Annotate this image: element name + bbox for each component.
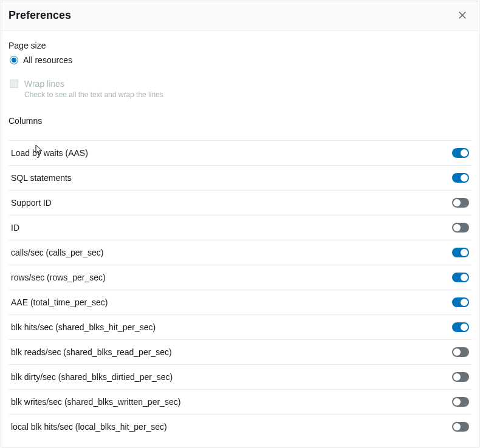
column-toggle[interactable]	[452, 347, 469, 357]
modal-header: Preferences	[1, 1, 479, 31]
columns-section: Columns Load by waits (AAS)SQL statement…	[9, 116, 471, 439]
column-row: ID	[9, 215, 471, 240]
column-label: blk writes/sec (shared_blks_written_per_…	[11, 397, 180, 407]
preferences-modal: Preferences Page size All resources Wrap…	[1, 1, 479, 447]
modal-body: Page size All resources Wrap lines Check…	[1, 31, 479, 447]
column-toggle[interactable]	[452, 273, 469, 282]
toggle-knob	[461, 274, 468, 281]
column-label: rows/sec (rows_per_sec)	[11, 273, 106, 282]
page-size-label: Page size	[9, 41, 471, 50]
column-toggle[interactable]	[452, 297, 469, 307]
toggle-knob	[453, 224, 461, 231]
column-label: blk hits/sec (shared_blks_hit_per_sec)	[11, 322, 156, 332]
column-label: blk reads/sec (shared_blks_read_per_sec)	[11, 347, 172, 357]
toggle-knob	[453, 348, 461, 356]
checkbox-icon	[10, 80, 18, 88]
wrap-lines-label: Wrap lines	[24, 78, 163, 89]
column-label: blk dirty/sec (shared_blks_dirtied_per_s…	[11, 372, 173, 382]
column-toggle[interactable]	[452, 223, 469, 232]
toggle-knob	[453, 373, 461, 381]
page-size-section: Page size All resources	[9, 41, 471, 65]
columns-label: Columns	[9, 116, 471, 126]
column-row: Load by waits (AAS)	[9, 140, 471, 165]
close-button[interactable]	[456, 8, 469, 22]
wrap-lines-description: Check to see all the text and wrap the l…	[24, 90, 163, 99]
toggle-knob	[461, 149, 468, 157]
column-row: blk hits/sec (shared_blks_hit_per_sec)	[9, 314, 471, 339]
column-row: Support ID	[9, 190, 471, 215]
column-toggle[interactable]	[452, 173, 469, 183]
column-row: rows/sec (rows_per_sec)	[9, 265, 471, 290]
close-icon	[458, 11, 467, 19]
column-label: local blk hits/sec (local_blks_hit_per_s…	[11, 422, 167, 432]
toggle-knob	[453, 199, 461, 206]
column-list: Load by waits (AAS)SQL statementsSupport…	[9, 140, 471, 439]
radio-icon	[10, 56, 18, 64]
page-size-option-all[interactable]: All resources	[9, 55, 471, 65]
column-row: AAE (total_time_per_sec)	[9, 290, 471, 314]
toggle-knob	[461, 324, 468, 331]
column-row: blk dirty/sec (shared_blks_dirtied_per_s…	[9, 364, 471, 389]
column-label: AAE (total_time_per_sec)	[11, 297, 108, 307]
column-row: calls/sec (calls_per_sec)	[9, 240, 471, 265]
column-toggle[interactable]	[452, 397, 469, 407]
column-label: Load by waits (AAS)	[11, 148, 88, 158]
column-toggle[interactable]	[452, 422, 469, 432]
column-row: blk writes/sec (shared_blks_written_per_…	[9, 389, 471, 414]
column-row: SQL statements	[9, 165, 471, 190]
wrap-lines-option[interactable]: Wrap lines Check to see all the text and…	[9, 78, 471, 99]
column-label: SQL statements	[11, 173, 72, 183]
toggle-knob	[461, 174, 468, 182]
column-row: local blk hits/sec (local_blks_hit_per_s…	[9, 414, 471, 439]
column-toggle[interactable]	[452, 198, 469, 208]
modal-title: Preferences	[9, 9, 71, 22]
toggle-knob	[453, 398, 461, 406]
column-label: ID	[11, 223, 19, 232]
toggle-knob	[453, 423, 461, 430]
column-label: Support ID	[11, 198, 52, 208]
column-row: blk reads/sec (shared_blks_read_per_sec)	[9, 339, 471, 364]
toggle-knob	[461, 249, 468, 256]
column-toggle[interactable]	[452, 372, 469, 382]
toggle-knob	[461, 299, 468, 306]
column-toggle[interactable]	[452, 148, 469, 158]
column-toggle[interactable]	[452, 322, 469, 332]
column-label: calls/sec (calls_per_sec)	[11, 248, 104, 257]
column-toggle[interactable]	[452, 248, 469, 257]
radio-label: All resources	[23, 55, 72, 65]
wrap-lines-text: Wrap lines Check to see all the text and…	[24, 78, 163, 99]
